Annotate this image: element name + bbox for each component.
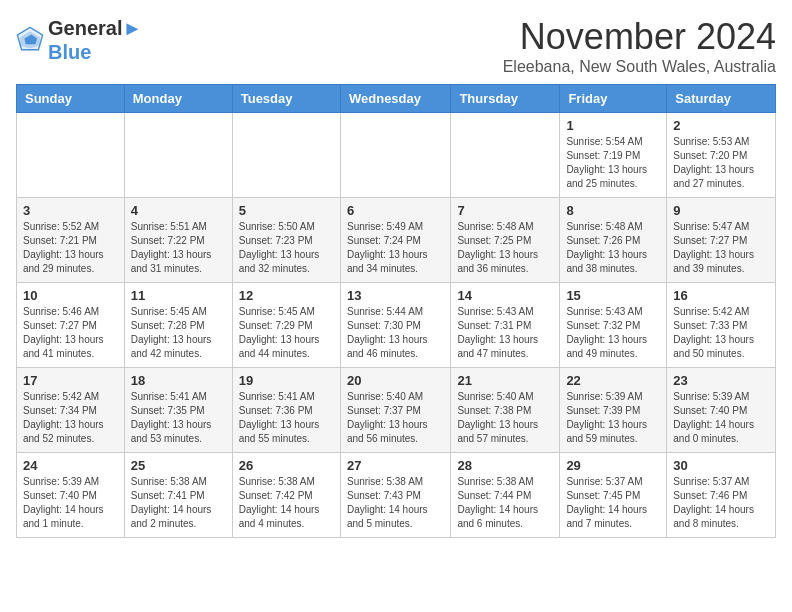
day-info: Sunrise: 5:37 AM Sunset: 7:45 PM Dayligh… [566,475,660,531]
calendar-cell: 17Sunrise: 5:42 AM Sunset: 7:34 PM Dayli… [17,368,125,453]
calendar-cell: 23Sunrise: 5:39 AM Sunset: 7:40 PM Dayli… [667,368,776,453]
day-number: 19 [239,373,334,388]
day-number: 11 [131,288,226,303]
calendar-header-row: SundayMondayTuesdayWednesdayThursdayFrid… [17,85,776,113]
day-info: Sunrise: 5:54 AM Sunset: 7:19 PM Dayligh… [566,135,660,191]
day-number: 28 [457,458,553,473]
day-info: Sunrise: 5:38 AM Sunset: 7:42 PM Dayligh… [239,475,334,531]
day-info: Sunrise: 5:45 AM Sunset: 7:28 PM Dayligh… [131,305,226,361]
calendar-week-row: 17Sunrise: 5:42 AM Sunset: 7:34 PM Dayli… [17,368,776,453]
day-number: 20 [347,373,444,388]
day-number: 12 [239,288,334,303]
calendar-cell: 24Sunrise: 5:39 AM Sunset: 7:40 PM Dayli… [17,453,125,538]
day-number: 22 [566,373,660,388]
day-info: Sunrise: 5:50 AM Sunset: 7:23 PM Dayligh… [239,220,334,276]
day-info: Sunrise: 5:42 AM Sunset: 7:33 PM Dayligh… [673,305,769,361]
day-number: 7 [457,203,553,218]
day-number: 29 [566,458,660,473]
day-info: Sunrise: 5:41 AM Sunset: 7:36 PM Dayligh… [239,390,334,446]
calendar-cell: 6Sunrise: 5:49 AM Sunset: 7:24 PM Daylig… [340,198,450,283]
calendar-cell [17,113,125,198]
day-number: 9 [673,203,769,218]
calendar-cell: 26Sunrise: 5:38 AM Sunset: 7:42 PM Dayli… [232,453,340,538]
day-number: 17 [23,373,118,388]
day-info: Sunrise: 5:40 AM Sunset: 7:38 PM Dayligh… [457,390,553,446]
day-number: 30 [673,458,769,473]
day-info: Sunrise: 5:43 AM Sunset: 7:32 PM Dayligh… [566,305,660,361]
logo-icon [16,26,44,54]
day-number: 27 [347,458,444,473]
calendar-cell: 18Sunrise: 5:41 AM Sunset: 7:35 PM Dayli… [124,368,232,453]
day-number: 3 [23,203,118,218]
calendar-cell: 13Sunrise: 5:44 AM Sunset: 7:30 PM Dayli… [340,283,450,368]
calendar-cell: 9Sunrise: 5:47 AM Sunset: 7:27 PM Daylig… [667,198,776,283]
day-info: Sunrise: 5:38 AM Sunset: 7:41 PM Dayligh… [131,475,226,531]
day-number: 6 [347,203,444,218]
day-info: Sunrise: 5:51 AM Sunset: 7:22 PM Dayligh… [131,220,226,276]
calendar-cell [232,113,340,198]
calendar-week-row: 1Sunrise: 5:54 AM Sunset: 7:19 PM Daylig… [17,113,776,198]
calendar-cell: 8Sunrise: 5:48 AM Sunset: 7:26 PM Daylig… [560,198,667,283]
header: General► Blue November 2024 Eleebana, Ne… [16,16,776,76]
day-header-monday: Monday [124,85,232,113]
day-number: 1 [566,118,660,133]
calendar-week-row: 10Sunrise: 5:46 AM Sunset: 7:27 PM Dayli… [17,283,776,368]
day-number: 5 [239,203,334,218]
day-info: Sunrise: 5:37 AM Sunset: 7:46 PM Dayligh… [673,475,769,531]
calendar-cell [124,113,232,198]
calendar-cell: 4Sunrise: 5:51 AM Sunset: 7:22 PM Daylig… [124,198,232,283]
day-number: 26 [239,458,334,473]
day-number: 16 [673,288,769,303]
day-info: Sunrise: 5:47 AM Sunset: 7:27 PM Dayligh… [673,220,769,276]
day-number: 14 [457,288,553,303]
calendar-cell: 15Sunrise: 5:43 AM Sunset: 7:32 PM Dayli… [560,283,667,368]
day-info: Sunrise: 5:40 AM Sunset: 7:37 PM Dayligh… [347,390,444,446]
calendar-cell [340,113,450,198]
title-area: November 2024 Eleebana, New South Wales,… [503,16,776,76]
day-number: 2 [673,118,769,133]
day-info: Sunrise: 5:48 AM Sunset: 7:26 PM Dayligh… [566,220,660,276]
day-header-sunday: Sunday [17,85,125,113]
day-number: 13 [347,288,444,303]
calendar-table: SundayMondayTuesdayWednesdayThursdayFrid… [16,84,776,538]
day-info: Sunrise: 5:38 AM Sunset: 7:44 PM Dayligh… [457,475,553,531]
day-info: Sunrise: 5:39 AM Sunset: 7:40 PM Dayligh… [23,475,118,531]
calendar-cell: 19Sunrise: 5:41 AM Sunset: 7:36 PM Dayli… [232,368,340,453]
day-info: Sunrise: 5:53 AM Sunset: 7:20 PM Dayligh… [673,135,769,191]
subtitle: Eleebana, New South Wales, Australia [503,58,776,76]
day-number: 23 [673,373,769,388]
calendar-cell: 25Sunrise: 5:38 AM Sunset: 7:41 PM Dayli… [124,453,232,538]
calendar-cell: 16Sunrise: 5:42 AM Sunset: 7:33 PM Dayli… [667,283,776,368]
day-header-thursday: Thursday [451,85,560,113]
day-number: 18 [131,373,226,388]
calendar-cell: 21Sunrise: 5:40 AM Sunset: 7:38 PM Dayli… [451,368,560,453]
day-number: 10 [23,288,118,303]
day-number: 21 [457,373,553,388]
day-info: Sunrise: 5:49 AM Sunset: 7:24 PM Dayligh… [347,220,444,276]
day-info: Sunrise: 5:43 AM Sunset: 7:31 PM Dayligh… [457,305,553,361]
month-title: November 2024 [503,16,776,58]
calendar-cell: 22Sunrise: 5:39 AM Sunset: 7:39 PM Dayli… [560,368,667,453]
day-header-wednesday: Wednesday [340,85,450,113]
calendar-cell: 2Sunrise: 5:53 AM Sunset: 7:20 PM Daylig… [667,113,776,198]
calendar-cell [451,113,560,198]
day-number: 24 [23,458,118,473]
calendar-cell: 28Sunrise: 5:38 AM Sunset: 7:44 PM Dayli… [451,453,560,538]
day-header-tuesday: Tuesday [232,85,340,113]
day-number: 25 [131,458,226,473]
calendar-cell: 11Sunrise: 5:45 AM Sunset: 7:28 PM Dayli… [124,283,232,368]
calendar-cell: 5Sunrise: 5:50 AM Sunset: 7:23 PM Daylig… [232,198,340,283]
calendar-week-row: 24Sunrise: 5:39 AM Sunset: 7:40 PM Dayli… [17,453,776,538]
calendar-week-row: 3Sunrise: 5:52 AM Sunset: 7:21 PM Daylig… [17,198,776,283]
day-info: Sunrise: 5:41 AM Sunset: 7:35 PM Dayligh… [131,390,226,446]
calendar-cell: 12Sunrise: 5:45 AM Sunset: 7:29 PM Dayli… [232,283,340,368]
day-info: Sunrise: 5:45 AM Sunset: 7:29 PM Dayligh… [239,305,334,361]
day-info: Sunrise: 5:46 AM Sunset: 7:27 PM Dayligh… [23,305,118,361]
day-info: Sunrise: 5:42 AM Sunset: 7:34 PM Dayligh… [23,390,118,446]
calendar-cell: 27Sunrise: 5:38 AM Sunset: 7:43 PM Dayli… [340,453,450,538]
day-info: Sunrise: 5:39 AM Sunset: 7:39 PM Dayligh… [566,390,660,446]
day-header-friday: Friday [560,85,667,113]
calendar-cell: 29Sunrise: 5:37 AM Sunset: 7:45 PM Dayli… [560,453,667,538]
day-info: Sunrise: 5:48 AM Sunset: 7:25 PM Dayligh… [457,220,553,276]
day-info: Sunrise: 5:52 AM Sunset: 7:21 PM Dayligh… [23,220,118,276]
